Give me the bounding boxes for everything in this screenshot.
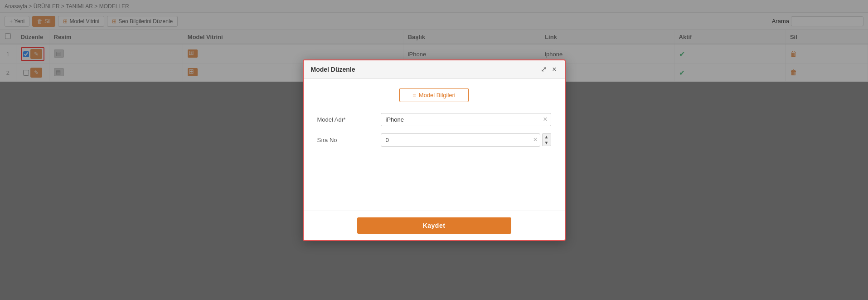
tab-label: Model Bilgileri	[419, 92, 456, 98]
model-adi-input[interactable]	[381, 113, 551, 126]
sira-no-label: Sıra No	[317, 137, 381, 143]
modal-overlay: Model Düzenle ⤢ × ≡ Model Bilgileri Mode…	[0, 0, 868, 300]
model-adi-clear-button[interactable]: ×	[543, 116, 547, 123]
sira-no-input[interactable]	[381, 133, 540, 147]
sira-no-increment[interactable]: ▲	[542, 133, 551, 140]
sira-no-spinner: ▲ ▼	[542, 133, 551, 146]
tab-icon: ≡	[412, 92, 416, 98]
model-adi-input-wrap: ×	[381, 113, 551, 126]
modal-title: Model Düzenle	[311, 66, 355, 73]
sira-no-clear-button[interactable]: ×	[533, 136, 537, 143]
sira-no-decrement[interactable]: ▼	[542, 140, 551, 146]
modal-controls: ⤢ ×	[540, 65, 557, 74]
modal-header: Model Düzenle ⤢ ×	[304, 60, 565, 79]
modal-dialog: Model Düzenle ⤢ × ≡ Model Bilgileri Mode…	[303, 59, 566, 241]
model-adi-label: Model Adı*	[317, 116, 381, 123]
save-button[interactable]: Kaydet	[357, 217, 511, 234]
modal-expand-button[interactable]: ⤢	[540, 65, 548, 74]
modal-footer: Kaydet	[304, 211, 565, 240]
modal-tabs: ≡ Model Bilgileri	[317, 88, 551, 102]
modal-close-button[interactable]: ×	[551, 65, 557, 74]
model-adi-row: Model Adı* ×	[317, 113, 551, 126]
sira-no-row: Sıra No × ▲ ▼	[317, 133, 551, 147]
sira-no-input-wrap: × ▲ ▼	[381, 133, 551, 147]
modal-body: ≡ Model Bilgileri Model Adı* × Sıra No ×	[304, 79, 565, 211]
tab-model-bilgileri[interactable]: ≡ Model Bilgileri	[399, 88, 469, 102]
